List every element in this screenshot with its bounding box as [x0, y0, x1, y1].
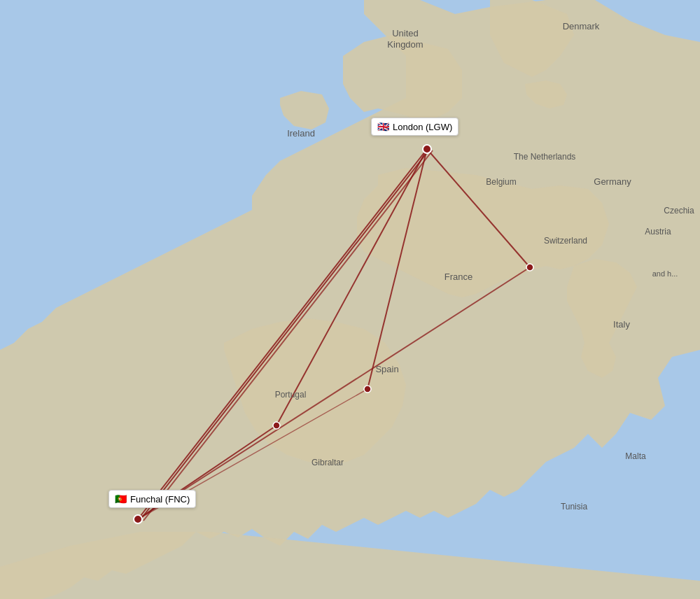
- label-germany: Germany: [594, 176, 631, 187]
- label-united-kingdom: United: [392, 28, 419, 38]
- svg-point-13: [364, 386, 371, 393]
- label-belgium: Belgium: [486, 177, 516, 187]
- label-malta: Malta: [625, 451, 646, 461]
- label-denmark: Denmark: [563, 21, 600, 31]
- label-spain: Spain: [375, 364, 398, 374]
- label-ireland: Ireland: [287, 128, 315, 139]
- svg-point-12: [273, 422, 280, 429]
- label-and-h: and h...: [652, 269, 678, 278]
- svg-point-14: [526, 264, 533, 271]
- map-svg: United Kingdom Ireland Denmark The Nethe…: [0, 0, 700, 599]
- label-gibraltar: Gibraltar: [312, 458, 344, 467]
- svg-point-10: [423, 145, 431, 153]
- label-france: France: [444, 272, 472, 282]
- label-italy: Italy: [613, 319, 630, 330]
- label-netherlands: The Netherlands: [514, 152, 576, 162]
- label-czechia: Czechia: [664, 206, 694, 216]
- label-portugal: Portugal: [275, 390, 307, 400]
- label-tunisia: Tunisia: [561, 502, 588, 512]
- svg-text:Kingdom: Kingdom: [387, 39, 423, 50]
- map-container: United Kingdom Ireland Denmark The Nethe…: [0, 0, 700, 599]
- label-austria: Austria: [645, 227, 671, 237]
- svg-point-11: [134, 515, 142, 523]
- label-switzerland: Switzerland: [544, 236, 587, 246]
